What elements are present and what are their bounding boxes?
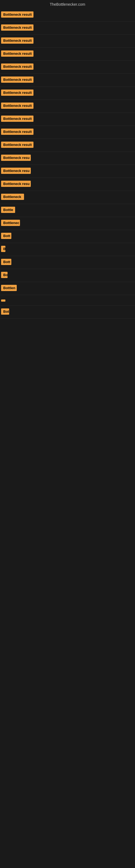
list-item (0, 295, 135, 306)
bottleneck-result-badge[interactable]: Bottleneck resu (1, 155, 31, 161)
bottleneck-result-badge[interactable]: Bottleneck result (1, 142, 34, 148)
bottleneck-result-badge[interactable]: Bottleneck resu (1, 167, 31, 174)
list-item: Bottleneck result (0, 74, 135, 87)
bottleneck-result-badge[interactable]: Bottleneck result (1, 51, 34, 57)
bottleneck-result-badge[interactable]: Bottleneck result (1, 129, 34, 135)
list-item: B (0, 243, 135, 256)
list-item: Bott (0, 256, 135, 269)
bottleneck-result-badge[interactable]: Bottlen (1, 285, 17, 291)
bottleneck-result-badge[interactable]: Bott (1, 233, 11, 239)
list-item: Bottleneck result (0, 126, 135, 139)
list-item: Bottleneck result (0, 61, 135, 74)
list-item: Bottleneck result (0, 87, 135, 100)
list-item: Bottlen (0, 282, 135, 295)
list-item: Bottleneck resu (0, 178, 135, 191)
list-item: Bottleneck result (0, 35, 135, 48)
list-item: Bottleneck result (0, 100, 135, 113)
page-container: TheBottlenecker.com Bottleneck resultBot… (0, 0, 135, 319)
list-item: Bottleneck result (0, 22, 135, 35)
list-item: Bottleneck result (0, 9, 135, 22)
list-item: Bottleneck result (0, 139, 135, 152)
bottleneck-result-badge[interactable]: Bottleneck result (1, 102, 34, 109)
list-item: Bot (0, 306, 135, 319)
bottleneck-result-badge[interactable]: Bottle (1, 207, 15, 213)
list-item: Bottleneck result (0, 113, 135, 126)
list-item: Bottlenec (0, 217, 135, 230)
bottleneck-result-badge[interactable]: Bottleneck result (1, 11, 34, 18)
bottleneck-result-badge[interactable]: Bottleneck resu (1, 181, 31, 187)
list-item: Bottleneck result (0, 48, 135, 61)
bottleneck-result-badge[interactable]: Bottleneck (1, 194, 24, 200)
site-title: TheBottlenecker.com (0, 0, 135, 9)
bottleneck-result-badge[interactable]: Bott (1, 259, 11, 265)
bottleneck-result-badge[interactable]: Bottleneck result (1, 76, 34, 83)
bottleneck-result-badge[interactable]: Bottleneck result (1, 37, 34, 44)
list-item: Bottleneck resu (0, 152, 135, 165)
bottleneck-result-badge[interactable]: B (1, 246, 5, 252)
list-item: Bottle (0, 204, 135, 217)
bottleneck-result-badge[interactable]: Bottleneck result (1, 116, 34, 122)
list-item: Bo (0, 269, 135, 282)
bottleneck-result-badge[interactable]: Bottleneck result (1, 24, 34, 31)
bottleneck-result-badge[interactable]: Bot (1, 308, 9, 315)
bottleneck-result-badge[interactable]: Bottlenec (1, 220, 20, 226)
list-item: Bott (0, 230, 135, 243)
list-item: Bottleneck (0, 191, 135, 204)
bottleneck-result-badge[interactable] (1, 300, 5, 302)
bottleneck-result-badge[interactable]: Bottleneck result (1, 90, 34, 96)
bottleneck-result-badge[interactable]: Bo (1, 272, 8, 278)
list-item: Bottleneck resu (0, 165, 135, 178)
bottleneck-result-badge[interactable]: Bottleneck result (1, 63, 34, 70)
